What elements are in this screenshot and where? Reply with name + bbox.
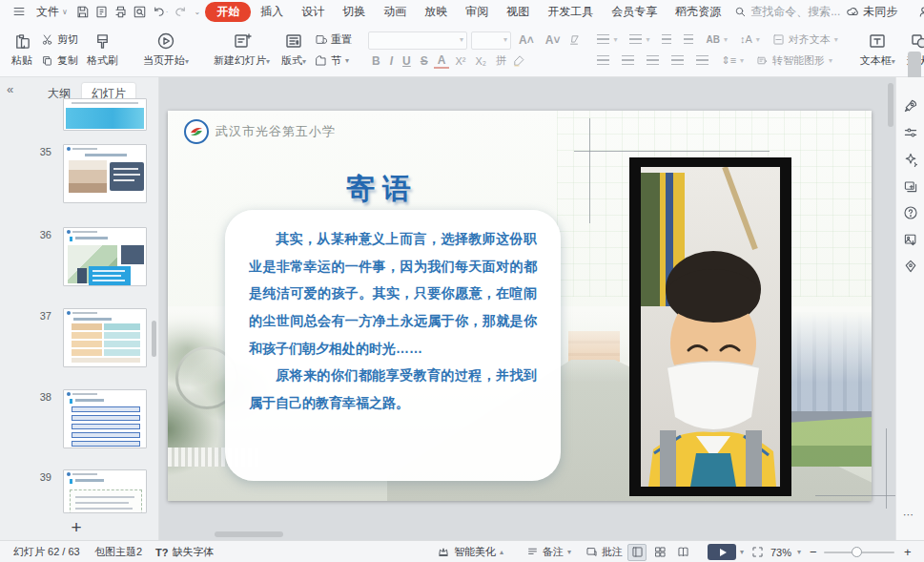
quickbar-more-button[interactable]: ⌄ [191,8,205,16]
command-search-input[interactable]: 查找命令、搜索... [734,4,840,20]
file-menu-button[interactable]: 文件∨ [31,2,72,22]
slides-copy-icon[interactable] [903,178,918,194]
comments-button[interactable]: 批注 [585,541,623,562]
line-spacing-button[interactable]: ⇕≡▾ [718,52,747,69]
fit-slide-button[interactable] [751,541,764,562]
font-size-select[interactable] [471,31,511,50]
numbered-list-button[interactable]: ▾ [626,31,652,48]
tab-insert[interactable]: 插入 [252,2,292,22]
convert-smartart-button[interactable]: 转智能图形▾ [753,52,835,69]
subscript-button[interactable]: X₂ [471,55,490,67]
font-name-select[interactable] [368,31,467,50]
student-photo[interactable] [629,157,791,496]
textbox-button[interactable]: 文本框▾ [854,27,901,73]
reset-button[interactable]: 重置 [312,31,355,48]
increase-indent-button[interactable] [681,31,696,48]
slide-sorter-view-button[interactable] [650,544,669,561]
zoom-slider-knob[interactable] [852,547,862,557]
slide-layout-button[interactable]: 版式▾ [276,27,312,73]
help-icon[interactable] [903,205,918,220]
zoom-caret[interactable]: ▾ [797,541,801,562]
zoom-level[interactable]: 73% [770,541,791,562]
tab-transition[interactable]: 切换 [334,2,374,22]
section-button[interactable]: 节▾ [312,52,355,69]
panel-scrollbar[interactable] [152,321,156,357]
align-center-button[interactable] [619,52,637,69]
tab-design[interactable]: 设计 [293,2,333,22]
save-button[interactable] [73,5,92,19]
phonetic-guide-button[interactable]: 拼 [492,53,510,68]
tab-animation[interactable]: 动画 [375,2,415,22]
missing-font-warning[interactable]: T? 缺失字体 [155,541,214,562]
tab-view[interactable]: 视图 [498,2,538,22]
slide-thumbnail-37[interactable] [63,308,147,367]
play-options-caret[interactable]: ▾ [740,541,744,562]
undo-button[interactable]: · [150,5,171,19]
smart-beautify-button[interactable]: 智能美化 ▴ [437,541,503,562]
underline-button[interactable]: U [399,54,415,68]
new-slide-button[interactable]: 新建幻灯片▾ [208,27,276,73]
text-direction-button[interactable]: ↕A▾ [737,31,763,48]
effects-star-icon[interactable] [903,152,918,167]
tab-member[interactable]: 会员专享 [603,2,666,22]
slide-thumbnail-35[interactable] [63,144,147,203]
message-text-card[interactable]: 其实，从某种意义上而言，选择教师这份职业是非常幸运的一件事，因为我们每天面对的都… [225,210,561,481]
tab-slideshow[interactable]: 放映 [416,2,456,22]
tab-docer[interactable]: 稻壳资源 [667,2,729,22]
character-spacing-button[interactable]: AB▾ [703,31,729,48]
tab-review[interactable]: 审阅 [457,2,497,22]
paste-button[interactable]: 粘贴 [6,27,38,73]
print-button[interactable] [112,5,130,19]
location-tag-icon[interactable] [903,259,918,274]
tab-home[interactable]: 开始 [205,2,251,22]
play-current-slide-button[interactable]: 当页开始▾ [137,27,195,73]
slideshow-play-button[interactable] [708,544,736,560]
sidebar-more-button[interactable]: ⋯ [903,509,914,521]
distribute-button[interactable] [693,52,711,69]
hamburger-menu-button[interactable] [8,3,31,20]
canvas-horizontal-scrollbar[interactable] [215,531,283,537]
normal-view-button[interactable] [627,544,647,561]
current-slide[interactable]: 武汉市光谷第五小学 寄语 其实，从某种意义上而言，选择教师这份职业是非常幸运的一… [168,111,872,501]
export-button[interactable] [92,5,111,19]
slide-thumbnail-partial[interactable] [63,98,147,131]
increase-font-button[interactable]: A˄ [515,33,538,47]
align-left-button[interactable] [594,52,612,69]
font-color-button[interactable]: A [434,53,450,69]
slide-thumbnail-38[interactable] [63,389,147,448]
slide-title[interactable]: 寄语 [311,170,454,209]
format-painter-button[interactable]: 格式刷 [81,27,124,73]
print-preview-button[interactable] [131,5,149,19]
italic-button[interactable]: I [386,54,397,68]
bold-button[interactable]: B [368,54,384,68]
editing-canvas[interactable]: 武汉市光谷第五小学 寄语 其实，从某种意义上而言，选择教师这份职业是非常幸运的一… [159,77,895,540]
decrease-font-button[interactable]: A˅ [542,33,565,47]
copy-button[interactable]: 复制 [38,52,81,69]
rocket-icon[interactable] [903,98,918,114]
properties-sliders-icon[interactable] [903,125,918,140]
justify-button[interactable] [668,52,687,69]
strikethrough-button[interactable]: S [417,54,432,68]
collapse-panel-button[interactable]: « [7,82,13,96]
slide-thumbnail-36[interactable] [63,227,147,286]
redo-button[interactable] [172,5,190,19]
superscript-button[interactable]: X² [451,55,469,67]
align-right-button[interactable] [644,52,662,69]
decrease-indent-button[interactable] [659,31,674,48]
image-export-icon[interactable] [903,232,918,247]
canvas-vertical-scrollbar[interactable] [888,83,893,127]
align-text-button[interactable]: 对齐文本▾ [770,31,841,48]
reading-view-button[interactable] [673,544,692,561]
collaborate-button[interactable]: 协作 [914,2,924,22]
bullet-list-button[interactable]: ▾ [594,31,620,48]
zoom-in-button[interactable]: + [904,541,912,562]
theme-name[interactable]: 包图主题2 [94,541,142,562]
clear-format-icon[interactable] [567,33,581,47]
add-slide-button[interactable]: + [65,517,88,538]
sync-status-button[interactable]: 未同步 [841,2,902,22]
zoom-out-button[interactable]: − [810,541,817,562]
slide-thumbnail-39[interactable] [63,469,147,513]
cut-button[interactable]: 剪切 [38,31,81,48]
highlight-pen-icon[interactable] [512,54,525,68]
school-header[interactable]: 武汉市光谷第五小学 [184,119,336,144]
